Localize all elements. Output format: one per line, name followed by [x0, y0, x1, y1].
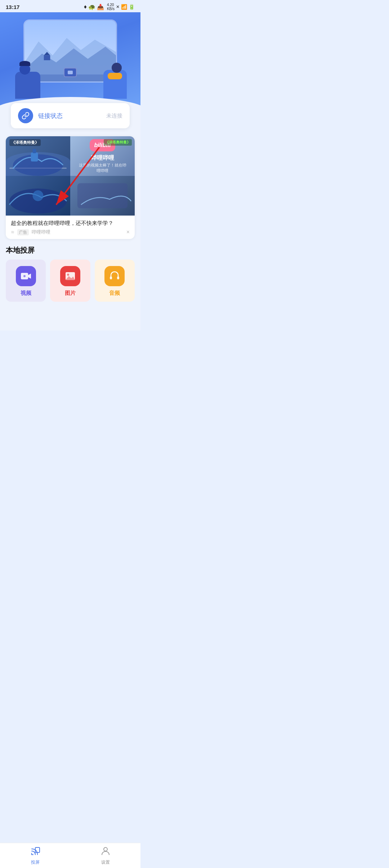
svg-rect-21	[117, 276, 119, 279]
ad-cell-1: 《泽塔奥特曼》	[6, 136, 70, 176]
cast-item-image[interactable]: 图片	[50, 260, 90, 302]
local-cast-section: 本地投屏 视频	[6, 245, 135, 302]
connection-status: 未连接	[106, 112, 122, 119]
audio-label: 音频	[109, 290, 120, 297]
image-icon	[64, 270, 76, 282]
ad-cell-3	[6, 176, 70, 216]
cast-item-audio[interactable]: 音频	[95, 260, 135, 302]
ad-title-right: 《泽塔奥特曼》	[104, 139, 132, 146]
svg-rect-8	[33, 149, 36, 153]
battery-icon: 🔋	[129, 4, 135, 10]
hero-area	[0, 12, 140, 110]
ad-source: 哔哩哔哩	[32, 229, 50, 235]
ad-card: 《泽塔奥特曼》 《泽塔奥特曼》 bilibili	[6, 136, 135, 239]
network-speed: 4.20KB/s	[107, 3, 115, 11]
wifi-icon: 📶	[121, 4, 127, 10]
audio-icon-wrapper	[104, 266, 125, 286]
ad-close-button[interactable]: ×	[126, 229, 130, 235]
bilibili-name: 哔哩哔哩	[91, 154, 114, 162]
link-icon	[18, 108, 33, 123]
person-left	[15, 72, 40, 99]
waveform-icon: ≋	[11, 230, 14, 235]
ad-cell-2: 《泽塔奥特曼》 bilibili 哔哩哔哩 这里的视频太棒了！就在哔哩哔哩	[70, 136, 135, 176]
coaster-svg-4	[70, 176, 135, 216]
main-content: 《泽塔奥特曼》 《泽塔奥特曼》 bilibili	[0, 131, 140, 331]
svg-point-18	[67, 274, 69, 276]
person-right	[103, 70, 127, 99]
svg-point-10	[33, 190, 44, 201]
remote-device	[64, 68, 77, 77]
video-icon	[20, 270, 32, 282]
svg-rect-20	[110, 276, 112, 279]
video-label: 视频	[21, 290, 31, 297]
connection-bar[interactable]: 链接状态 未连接	[11, 103, 130, 128]
app-icon-2: 🐢	[88, 4, 95, 10]
svg-point-16	[23, 275, 26, 277]
audio-icon	[109, 270, 120, 282]
status-icons: ♦️ 🐢 📥 4.20KB/s ✕ 📶 🔋	[84, 3, 135, 11]
connection-label: 链接状态	[38, 112, 101, 120]
svg-rect-7	[31, 152, 38, 161]
close-icon: ✕	[116, 4, 120, 9]
bilibili-desc: 这里的视频太棒了！就在哔哩哔哩	[79, 163, 126, 173]
image-icon-wrapper	[60, 266, 80, 286]
video-icon-wrapper	[16, 266, 36, 286]
hero-illustration	[7, 16, 133, 99]
status-time: 13:17	[6, 4, 19, 10]
app-icon-3: 📥	[97, 4, 104, 10]
ad-image-area: 《泽塔奥特曼》 《泽塔奥特曼》 bilibili	[6, 136, 135, 216]
coaster-svg-3	[6, 176, 70, 216]
local-cast-grid: 视频 图片	[6, 260, 135, 302]
image-label: 图片	[65, 290, 76, 297]
ad-text-area: 超全的教程就在哔哩哔哩，还不快来学学？ ≋ 广告 哔哩哔哩 ×	[6, 216, 135, 239]
status-bar: 13:17 ♦️ 🐢 📥 4.20KB/s ✕ 📶 🔋	[0, 0, 140, 12]
ad-cell-4	[70, 176, 135, 216]
svg-marker-15	[28, 274, 31, 279]
link-svg	[22, 112, 30, 120]
section-title: 本地投屏	[6, 245, 135, 255]
svg-rect-4	[44, 56, 50, 61]
ad-title-text-main: 超全的教程就在哔哩哔哩，还不快来学学？	[11, 220, 130, 227]
app-icon-1: ♦️	[84, 4, 87, 10]
ad-footer: ≋ 广告 哔哩哔哩 ×	[11, 229, 130, 235]
ad-badge: 广告	[17, 229, 29, 235]
cast-item-video[interactable]: 视频	[6, 260, 46, 302]
ad-title-text: 《泽塔奥特曼》	[9, 139, 41, 146]
ad-grid: 《泽塔奥特曼》 《泽塔奥特曼》 bilibili	[6, 136, 135, 216]
